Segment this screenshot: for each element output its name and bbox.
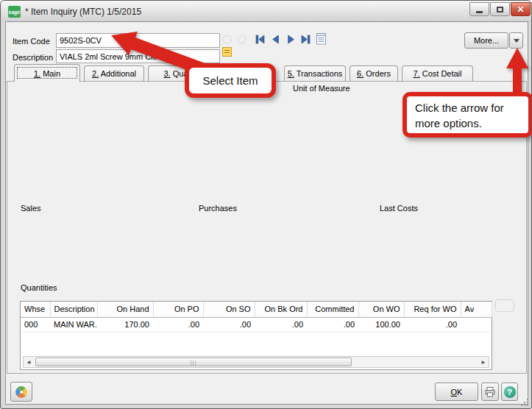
- horizontal-scrollbar[interactable]: ◄ ||| ►: [23, 356, 489, 368]
- memo-line: [224, 52, 230, 53]
- scrollbar-thumb[interactable]: |||: [35, 358, 352, 366]
- cell-whse: 000: [21, 317, 50, 332]
- quantities-table: Whse Description On Hand On PO On SO On …: [21, 302, 492, 332]
- nav-last-icon: [300, 34, 311, 45]
- item-memo-pad-button[interactable]: [316, 32, 327, 44]
- memo-line: [224, 50, 230, 51]
- quantities-row[interactable]: 000 MAIN WAR... 170.00 .00 .00 .00 .00 1…: [21, 317, 492, 332]
- last-costs-title: Last Costs: [377, 204, 420, 213]
- item-lookup-icon[interactable]: [222, 35, 232, 44]
- col-req-for-wo[interactable]: Req for WO: [404, 302, 461, 317]
- col-committed[interactable]: Committed: [307, 302, 358, 317]
- scroll-left-icon[interactable]: ◄: [24, 357, 34, 367]
- tab-cost-detail-label: 7. Cost Detail: [413, 69, 461, 78]
- pinwheel-icon: [15, 385, 28, 399]
- close-button[interactable]: ✕: [511, 2, 531, 16]
- select-item-callout: Select Item: [185, 63, 276, 98]
- print-button[interactable]: [481, 383, 499, 401]
- sales-title: Sales: [18, 204, 43, 213]
- scroll-right-icon[interactable]: ►: [478, 357, 489, 367]
- tab-main[interactable]: 1. Main: [14, 64, 80, 82]
- help-icon: ?: [504, 386, 516, 398]
- more-button[interactable]: More...: [464, 32, 508, 49]
- more-button-label: More...: [474, 36, 499, 45]
- maximize-icon: [497, 7, 503, 13]
- col-on-bk-ord[interactable]: On Bk Ord: [255, 302, 307, 317]
- window-title: * Item Inquiry (MTC) 1/5/2015: [25, 7, 141, 17]
- cell-description: MAIN WAR...: [50, 317, 97, 332]
- tab-additional-label: 2. Additional: [92, 69, 136, 78]
- col-on-so[interactable]: On SO: [203, 302, 255, 317]
- col-available[interactable]: Av: [461, 302, 492, 317]
- item-code-label: Item Code: [13, 37, 50, 46]
- minimize-icon: [476, 11, 483, 13]
- grid-corner-button[interactable]: [495, 299, 514, 312]
- uom-title: Unit of Measure: [291, 84, 352, 93]
- col-on-po[interactable]: On PO: [153, 302, 203, 317]
- description-field[interactable]: VIALS 2ml Screw 9mm Clear: [56, 49, 220, 63]
- printer-icon: [484, 386, 496, 398]
- nav-first-button[interactable]: [255, 34, 266, 46]
- cell-on-wo: 100.00: [358, 317, 404, 332]
- col-on-wo[interactable]: On WO: [358, 302, 404, 317]
- nav-last-button[interactable]: [300, 34, 312, 46]
- notepad-icon: [316, 32, 327, 46]
- minimize-button[interactable]: [469, 2, 489, 16]
- nav-prev-button[interactable]: [270, 34, 282, 46]
- ok-button[interactable]: OK: [435, 383, 478, 401]
- nav-next-button[interactable]: [285, 34, 297, 46]
- memo-icon[interactable]: [222, 47, 232, 57]
- cell-on-po: .00: [153, 317, 203, 332]
- more-options-callout-line1: Click the arrow for: [415, 100, 528, 115]
- tab-additional[interactable]: 2. Additional: [84, 65, 144, 81]
- nav-next-icon: [285, 34, 297, 45]
- sage-logo-icon: sage: [8, 6, 21, 18]
- cell-on-so: .00: [203, 317, 255, 332]
- nav-prev-icon: [270, 34, 281, 45]
- cell-on-hand: 170.00: [97, 317, 153, 332]
- resize-grip[interactable]: [524, 402, 525, 403]
- cell-available: [461, 317, 492, 332]
- tab-transactions-label: 5. Transactions: [288, 69, 343, 78]
- close-icon: ✕: [517, 4, 524, 15]
- purchases-title: Purchases: [196, 204, 239, 213]
- item-search-icon[interactable]: [237, 35, 247, 44]
- cell-req-for-wo: .00: [404, 317, 461, 332]
- tab-orders-label: 6. Orders: [357, 69, 391, 78]
- nav-first-icon: [255, 34, 266, 45]
- tab-orders[interactable]: 6. Orders: [350, 65, 398, 81]
- more-options-callout-line2: more options.: [415, 115, 528, 131]
- col-description[interactable]: Description: [50, 302, 97, 317]
- theme-button[interactable]: [10, 382, 32, 402]
- maximize-button[interactable]: [490, 2, 510, 16]
- tab-main-label: 1. Main: [34, 69, 60, 78]
- select-item-callout-text: Select Item: [202, 74, 258, 87]
- grid-header-row: Whse Description On Hand On PO On SO On …: [21, 302, 492, 317]
- tab-transactions[interactable]: 5. Transactions: [284, 65, 346, 81]
- more-dropdown-button[interactable]: [509, 32, 523, 49]
- cell-on-bk-ord: .00: [255, 317, 307, 332]
- tab-cost-detail[interactable]: 7. Cost Detail: [402, 65, 473, 81]
- quantities-title: Quantities: [18, 283, 60, 292]
- col-whse[interactable]: Whse: [21, 302, 50, 317]
- help-button[interactable]: ?: [501, 383, 518, 401]
- title-bar: sage * Item Inquiry (MTC) 1/5/2015 ✕: [1, 1, 531, 21]
- item-inquiry-window: sage * Item Inquiry (MTC) 1/5/2015 ✕ Ite…: [0, 0, 532, 409]
- description-label: Description: [13, 53, 53, 62]
- cell-committed: .00: [307, 317, 358, 332]
- ok-button-label: OK: [451, 388, 463, 396]
- more-dropdown-icon: [514, 39, 519, 43]
- more-options-callout: Click the arrow for more options.: [402, 92, 532, 138]
- item-code-field[interactable]: 9502S-0CV: [56, 33, 220, 48]
- quantities-grid: Whse Description On Hand On PO On SO On …: [20, 301, 492, 370]
- col-on-hand[interactable]: On Hand: [97, 302, 153, 317]
